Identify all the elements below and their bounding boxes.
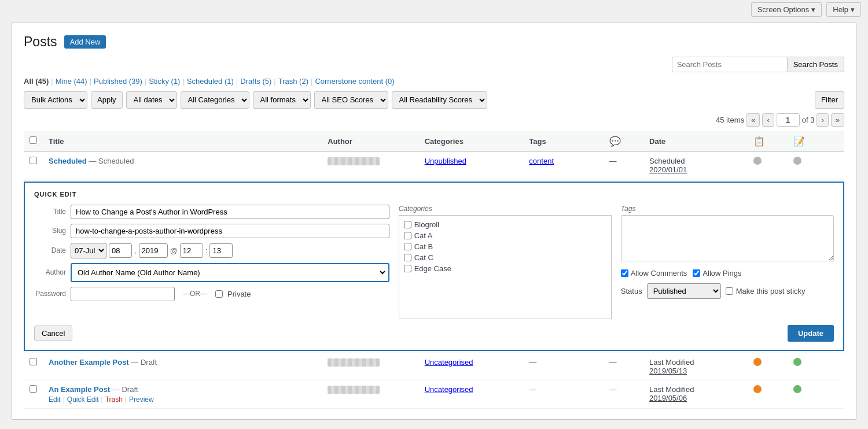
readability-dot (793, 358, 801, 366)
search-button[interactable]: Search Posts (788, 57, 844, 72)
first-page-button[interactable]: « (746, 113, 760, 127)
qe-password-input[interactable] (71, 287, 175, 301)
row-checkbox[interactable] (30, 358, 37, 365)
cat-blogroll-checkbox[interactable] (404, 221, 411, 228)
row-comments-cell: — (604, 380, 643, 408)
date-day-input[interactable] (109, 243, 132, 258)
private-checkbox[interactable] (215, 290, 223, 298)
category-link[interactable]: Uncategorised (425, 385, 473, 394)
filter-cornerstone[interactable]: Cornerstone content (0) (315, 77, 394, 86)
readability-icon: 📝 (793, 136, 805, 146)
screen-options-button[interactable]: Screen Options ▾ (751, 2, 822, 17)
trash-link[interactable]: Trash (105, 395, 123, 404)
bulk-actions-select[interactable]: Bulk Actions (24, 91, 87, 109)
filter-drafts[interactable]: Drafts (5) (240, 77, 271, 86)
th-seo[interactable]: 📋 (748, 131, 788, 152)
qe-date-field: Date 07-Jul , @ (34, 243, 389, 258)
categories-filter[interactable]: All Categories (181, 91, 249, 109)
row-checkbox[interactable] (30, 385, 37, 393)
row-checkbox[interactable] (30, 157, 37, 164)
qe-author-select[interactable]: Old Author Name (Old Author Name) (73, 265, 387, 280)
row-title-cell: Scheduled — Scheduled (43, 151, 322, 179)
row-categories-cell: Uncategorised (419, 380, 524, 408)
sticky-text: Make this post sticky (736, 287, 806, 295)
toolbar: Bulk Actions Apply All dates All Categor… (24, 91, 844, 109)
th-categories[interactable]: Categories (419, 131, 524, 152)
th-readability[interactable]: 📝 (788, 131, 827, 152)
qe-title-input[interactable] (71, 205, 389, 219)
qe-password-label: Password (34, 290, 66, 298)
dates-filter[interactable]: All dates (126, 91, 177, 109)
search-input[interactable] (672, 57, 788, 72)
filter-button[interactable]: Filter (815, 91, 844, 109)
date-year-input[interactable] (139, 243, 168, 258)
cancel-button[interactable]: Cancel (34, 326, 72, 341)
help-button[interactable]: Help ▾ (826, 2, 861, 17)
tags-textarea[interactable] (621, 215, 834, 261)
date-hour-input[interactable] (180, 243, 203, 258)
cat-a-checkbox[interactable] (404, 232, 411, 239)
row-title-cell: Another Example Post — Draft (43, 353, 322, 380)
cat-b: Cat B (404, 242, 606, 251)
filter-scheduled[interactable]: Scheduled (1) (187, 77, 234, 86)
author-blurred (328, 386, 380, 394)
readability-scores-filter[interactable]: All Readability Scores (392, 91, 487, 109)
allow-pings-checkbox[interactable] (693, 269, 700, 277)
select-all-checkbox[interactable] (30, 136, 37, 144)
add-new-button[interactable]: Add New (64, 35, 106, 49)
post-type-label: — Draft (131, 358, 157, 367)
update-button[interactable]: Update (788, 325, 834, 342)
sticky-checkbox[interactable] (726, 287, 733, 295)
filter-published[interactable]: Published (39) (94, 77, 142, 86)
preview-link[interactable]: Preview (129, 395, 154, 404)
filter-trash[interactable]: Trash (2) (278, 77, 308, 86)
row-edit-cell (828, 151, 844, 179)
apply-button[interactable]: Apply (91, 91, 123, 109)
th-date[interactable]: Date (643, 131, 748, 152)
page-number-input[interactable] (777, 113, 800, 127)
last-page-button[interactable]: » (831, 113, 844, 127)
category-link[interactable]: Uncategorised (425, 358, 473, 367)
date-month-select[interactable]: 07-Jul (71, 243, 106, 258)
quick-edit-panel: QUICK EDIT Title Slug (24, 182, 844, 351)
post-title-link[interactable]: Scheduled (49, 157, 87, 165)
cat-edge-case-checkbox[interactable] (404, 265, 411, 272)
row-seo-cell (748, 151, 788, 179)
allow-row: Allow Comments Allow Pings (621, 269, 834, 278)
row-date-cell: Scheduled 2020/01/01 (643, 151, 748, 179)
filter-sticky[interactable]: Sticky (1) (149, 77, 180, 86)
prev-page-button[interactable]: ‹ (762, 113, 774, 127)
filter-mine[interactable]: Mine (44) (56, 77, 87, 86)
next-page-button[interactable]: › (816, 113, 828, 127)
qe-slug-input[interactable] (71, 224, 389, 238)
qe-password-field: Password —OR— Private (34, 287, 389, 301)
readability-dot (793, 385, 801, 393)
th-author[interactable]: Author (322, 131, 418, 152)
post-title-link[interactable]: Another Example Post (49, 358, 129, 367)
date-min-input[interactable] (209, 243, 233, 258)
allow-comments-checkbox[interactable] (621, 269, 628, 277)
select-all-header (24, 131, 43, 152)
quick-edit-link[interactable]: Quick Edit (67, 395, 99, 404)
status-select[interactable]: Published Draft Pending Review (647, 283, 721, 299)
row-author-cell (322, 380, 418, 408)
cat-c-checkbox[interactable] (404, 254, 411, 261)
category-link[interactable]: Unpublished (425, 157, 466, 165)
cat-b-checkbox[interactable] (404, 243, 411, 250)
th-tags[interactable]: Tags (523, 131, 603, 152)
post-title-link[interactable]: An Example Post (49, 385, 110, 394)
qe-author-field: Author Old Author Name (Old Author Name) (34, 263, 389, 282)
qe-left-col: Title Slug Date (34, 205, 389, 319)
page-title: Posts (24, 34, 57, 51)
edit-link[interactable]: Edit (49, 395, 61, 404)
seo-scores-filter[interactable]: All SEO Scores (314, 91, 388, 109)
tag-link[interactable]: content (529, 157, 554, 165)
author-select-wrapper: Old Author Name (Old Author Name) (71, 263, 389, 282)
row-readability-cell (788, 151, 827, 179)
filter-all[interactable]: All (45) (24, 77, 49, 86)
seo-dot (753, 157, 762, 165)
th-comments[interactable]: 💬 (604, 131, 643, 152)
pass-or-label: —OR— (183, 290, 207, 298)
th-title[interactable]: Title (43, 131, 322, 152)
formats-filter[interactable]: All formats (253, 91, 311, 109)
